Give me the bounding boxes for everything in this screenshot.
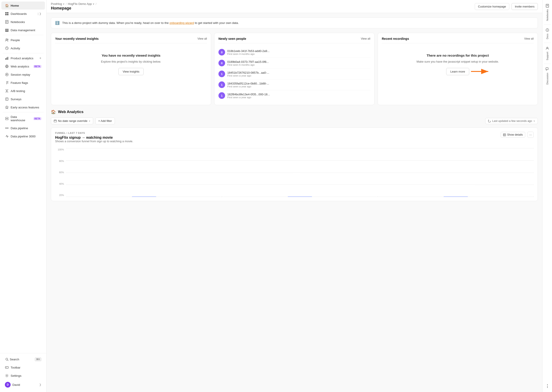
show-details-button[interactable]: Show details — [501, 132, 525, 138]
sidebar-item-early-access[interactable]: Early access features — [1, 103, 45, 111]
sidebar-item-home[interactable]: 🏠 Home — [1, 1, 45, 9]
search-row[interactable]: Search ⌘K — [1, 355, 45, 363]
date-range-label: No date range override — [58, 119, 87, 123]
add-filter-button[interactable]: + Add filter — [95, 118, 115, 124]
search-label: Search — [10, 358, 35, 361]
customize-homepage-button[interactable]: Customize homepage — [475, 3, 509, 10]
avatar: 1 — [219, 70, 225, 77]
right-panel-divider-1 — [544, 25, 551, 25]
svg-rect-15 — [7, 57, 7, 60]
funnel-header-left: FUNNEL • LAST 7 DAYS HogFlix signup → wa… — [55, 132, 133, 146]
sidebar-item-data-pipeline-3000[interactable]: Data pipeline 3000 — [1, 132, 45, 140]
sidebar-item-data-management[interactable]: Data management — [1, 26, 45, 34]
user-row[interactable]: D David ❯ — [1, 380, 45, 390]
user-name: David — [12, 383, 37, 386]
date-range-filter[interactable]: No date range override ∨ — [51, 118, 93, 124]
avatar: 1 — [219, 92, 225, 99]
add-filter-label: + Add filter — [98, 119, 112, 123]
sidebar-item-people[interactable]: People — [1, 36, 45, 44]
sidebar-item-data-warehouse-label: Data warehouse — [11, 115, 32, 122]
sidebar-item-web-analytics[interactable]: Web analytics BETA — [1, 62, 45, 70]
right-panel-more-button[interactable]: ⋮ — [545, 382, 550, 390]
list-item[interactable]: 0 018b1eeb-341f-7b53-add0-2a9... First s… — [219, 47, 370, 58]
last-updated[interactable]: Last updated a few seconds ago ∨ — [485, 118, 538, 124]
newly-seen-view-all[interactable]: View all — [361, 37, 370, 40]
last-updated-label: Last updated a few seconds ago — [492, 119, 532, 123]
svg-rect-22 — [6, 98, 8, 100]
sidebar-bottom: Search ⌘K Toolbar Settings D David ❯ — [0, 353, 46, 390]
add-product-analytics-icon[interactable]: + — [39, 56, 41, 60]
svg-rect-16 — [7, 57, 8, 60]
recently-viewed-title: Your recently viewed insights — [55, 37, 99, 41]
y-label-3: 80% — [55, 160, 65, 162]
funnel-card-header: FUNNEL • LAST 7 DAYS HogFlix signup → wa… — [55, 132, 534, 146]
settings-icon — [5, 374, 9, 378]
sidebar-item-data-pipeline-label: Data pipeline — [11, 126, 41, 130]
sidebar-item-dashboards[interactable]: Dashboards | ❯ — [1, 10, 45, 18]
list-item[interactable]: 0 0189b0a4-0373-75f7-aa15-0f8... First s… — [219, 58, 370, 69]
sidebar-item-notebooks[interactable]: Notebooks — [1, 18, 45, 26]
sidebar-item-product-analytics[interactable]: Product analytics + — [1, 54, 45, 62]
svg-rect-9 — [5, 30, 8, 31]
orange-arrow-annotation — [471, 67, 491, 76]
sidebar-item-activity[interactable]: Activity — [1, 44, 45, 52]
more-icon: ··· — [529, 133, 532, 136]
sidebar-item-settings[interactable]: Settings — [1, 372, 45, 380]
list-item[interactable]: 1 18451b72676210-0857b...aa0-... First s… — [219, 69, 370, 79]
list-item[interactable]: 1 184335fa0f112ce-0b80...1b88-... First … — [219, 79, 370, 90]
breadcrumb-sep-1: / — [66, 2, 67, 6]
ab-testing-icon — [5, 89, 9, 93]
newly-seen-people-card: Newly seen people View all 0 018b1eeb-34… — [214, 33, 375, 105]
sidebar-item-surveys[interactable]: Surveys — [1, 95, 45, 103]
activity-icon — [5, 46, 9, 50]
sidebar-item-product-analytics-label: Product analytics — [11, 57, 38, 60]
right-panel-discussion[interactable]: Discussion — [545, 66, 550, 86]
web-analytics-icon — [5, 64, 9, 68]
person-time: First seen 6 months ago — [227, 63, 370, 66]
dashboards-chevron-icon: | ❯ — [38, 12, 41, 15]
right-panel-support[interactable]: Support — [545, 45, 550, 62]
right-panel-more[interactable]: ⋮ — [545, 382, 550, 392]
sidebar-item-ab-testing[interactable]: A/B testing — [1, 87, 45, 95]
right-panel-docs[interactable]: Docs — [545, 27, 550, 41]
breadcrumb: PostHog ∨ / HogFlix Demo App ∨ / — [51, 2, 97, 6]
sidebar-divider-2 — [3, 53, 44, 53]
web-analytics-section-title: Web Analytics — [58, 110, 84, 114]
invite-members-button[interactable]: Invite members — [511, 3, 538, 10]
funnel-bar-group-1 — [66, 196, 222, 197]
sidebar-item-session-replay[interactable]: Session replay — [1, 70, 45, 78]
sidebar-item-people-label: People — [11, 38, 41, 42]
onboarding-wizard-link[interactable]: onboarding wizard — [170, 21, 194, 25]
refresh-icon — [488, 119, 491, 122]
svg-rect-14 — [5, 58, 6, 60]
notebooks-panel-label: Notebooks — [546, 9, 549, 21]
recordings-view-all[interactable]: View all — [524, 37, 534, 40]
list-item[interactable]: 1 182f84bc8fe13e4-0f35...000-18... First… — [219, 90, 370, 101]
sidebar-item-data-pipeline[interactable]: Data pipeline — [1, 124, 45, 132]
date-range-chevron-icon: ∨ — [89, 120, 90, 122]
support-panel-label: Support — [546, 52, 549, 60]
sidebar-item-feature-flags[interactable]: Feature flags — [1, 79, 45, 87]
svg-rect-55 — [546, 68, 548, 70]
sidebar-item-toolbar[interactable]: Toolbar — [1, 364, 45, 371]
funnel-more-button[interactable]: ··· — [527, 132, 534, 138]
recently-viewed-view-all[interactable]: View all — [198, 37, 207, 40]
learn-more-button[interactable]: Learn more — [446, 68, 469, 75]
search-shortcut: ⌘K — [35, 357, 41, 361]
sidebar-item-data-pipeline-3000-label: Data pipeline 3000 — [11, 135, 41, 138]
breadcrumb-posthog[interactable]: PostHog ∨ — [51, 2, 64, 6]
recent-recordings-card: Recent recordings View all There are no … — [378, 33, 538, 105]
svg-point-37 — [7, 375, 7, 376]
funnel-desc: Shows a conversion funnel from sign up t… — [55, 140, 133, 143]
right-panel-notebooks[interactable]: Notebooks — [545, 2, 550, 23]
breadcrumb-app[interactable]: HogFlix Demo App ∨ — [68, 2, 94, 6]
sidebar-item-data-warehouse[interactable]: Data warehouse BETA — [1, 113, 45, 124]
svg-rect-0 — [5, 12, 7, 14]
newly-seen-card-header: Newly seen people View all — [219, 37, 370, 43]
notebooks-panel-icon — [545, 4, 549, 8]
svg-marker-25 — [5, 106, 8, 109]
svg-rect-1 — [7, 12, 8, 14]
view-insights-button[interactable]: View insights — [118, 68, 144, 75]
breadcrumb-posthog-label: PostHog — [51, 2, 62, 6]
funnel-actions: Show details ··· — [501, 132, 534, 138]
